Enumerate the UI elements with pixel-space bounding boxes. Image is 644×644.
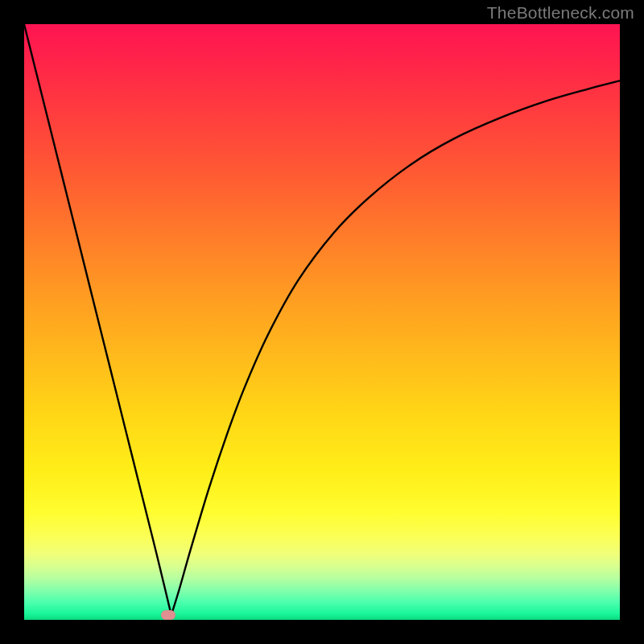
chart-frame: TheBottleneck.com	[0, 0, 644, 644]
optimum-marker	[161, 610, 175, 620]
watermark-text: TheBottleneck.com	[487, 3, 634, 23]
curve-path	[24, 24, 620, 615]
bottleneck-curve	[24, 24, 620, 620]
plot-area	[24, 24, 620, 620]
